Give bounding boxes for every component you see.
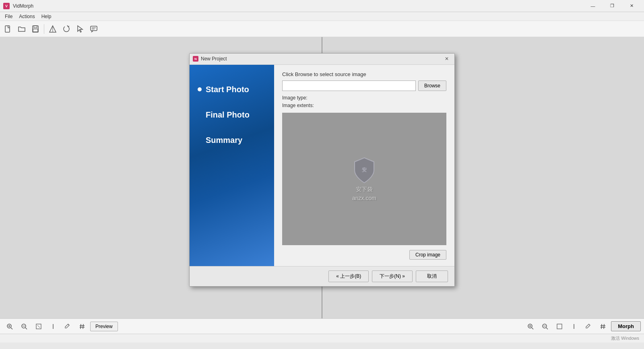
bl-edit[interactable] [61,320,74,333]
svg-line-16 [25,328,27,329]
cursor-icon [76,25,84,33]
shield-icon: 安 [352,156,376,184]
step-start-photo[interactable]: Start Photo [190,77,274,102]
bl-zoom-out[interactable] [18,320,31,333]
bottom-toolbar-left: Preview [3,320,321,333]
title-bar: V VidMorph — ❐ ✕ [0,0,644,12]
watermark-url: anzx.com [352,195,376,201]
svg-line-36 [604,324,604,329]
image-extents-label: Image extents: [282,102,446,109]
modal-body: Start Photo Final Photo Summary Click Br… [190,65,454,266]
new-project-dialog: N New Project ✕ Start Photo Final Photo [189,53,455,287]
svg-marker-6 [78,26,83,32]
svg-line-27 [532,328,533,329]
instruction-text: Click Browse to select source image [282,71,446,77]
menu-bar: File Actions Help [0,12,644,21]
step-final-photo[interactable]: Final Photo [190,102,274,128]
status-bar: 激活 Windows [0,334,644,343]
source-image-input[interactable] [282,81,416,91]
menu-actions[interactable]: Actions [16,13,38,20]
svg-rect-33 [557,324,562,329]
svg-rect-7 [91,26,97,31]
close-button[interactable]: ✕ [622,0,641,12]
toolbar-save-btn[interactable] [29,23,42,35]
modal-title: New Project [201,56,227,62]
svg-rect-0 [5,26,10,32]
bl-fit[interactable] [32,320,45,333]
app-icon: V [3,3,10,9]
svg-line-12 [11,328,12,329]
bottom-toolbar: Preview Morph [0,318,644,334]
image-type-label: Image type: [282,94,446,102]
image-preview: 安 安下袋 anzx.com [282,113,446,245]
bl-sep[interactable] [47,320,60,333]
step-bullet-3 [198,138,202,142]
prev-button[interactable]: « 上一步(B) [328,271,369,282]
browse-button[interactable]: Browse [418,81,446,91]
next-button[interactable]: 下一步(N) » [372,271,413,282]
bottom-toolbar-right: Morph [323,320,641,333]
save-icon [31,25,39,33]
bl-hash[interactable] [76,320,89,333]
svg-line-21 [68,324,69,325]
open-icon [18,25,26,33]
rotate-icon [62,25,70,33]
browse-row: Browse [282,81,446,91]
transform-icon [49,25,57,33]
status-text: 激活 Windows [611,335,639,341]
menu-help[interactable]: Help [38,13,55,20]
modal-titlebar: N New Project ✕ [190,54,454,65]
step-label-3: Summary [206,136,242,145]
step-bullet-2 [198,113,202,117]
svg-line-22 [80,324,81,329]
menu-file[interactable]: File [2,13,16,20]
image-info: Image type: Image extents: [282,94,446,109]
main-area: N New Project ✕ Start Photo Final Photo [0,37,644,318]
br-sep[interactable] [568,320,580,333]
step-label-2: Final Photo [206,110,250,120]
minimize-button[interactable]: — [584,0,602,12]
svg-line-23 [83,324,83,329]
preview-button[interactable]: Preview [90,322,118,331]
toolbar-new-btn[interactable] [2,23,14,35]
cancel-button[interactable]: 取消 [416,271,448,282]
chat-icon [90,25,98,33]
br-hash[interactable] [597,320,609,333]
br-fit[interactable] [553,320,566,333]
step-summary[interactable]: Summary [190,128,274,153]
svg-line-35 [601,324,602,329]
toolbar-open-btn[interactable] [15,23,28,35]
br-edit[interactable] [582,320,595,333]
svg-rect-3 [33,29,38,32]
modal-footer: « 上一步(B) 下一步(N) » 取消 [190,266,454,286]
watermark-text: 安下袋 [356,186,373,193]
modal-app-icon: N [193,56,198,62]
crop-image-button[interactable]: Crop image [409,250,446,260]
svg-line-19 [37,325,40,328]
step-bullet-1 [198,87,202,91]
svg-text:安: 安 [361,167,367,173]
main-toolbar [0,21,644,37]
bl-zoom-in[interactable] [3,320,16,333]
toolbar-rotate-btn[interactable] [60,23,73,35]
window-controls: — ❐ ✕ [584,0,641,12]
crop-btn-row: Crop image [282,248,446,260]
new-icon [4,25,12,33]
maximize-button[interactable]: ❐ [603,0,621,12]
br-zoom-out[interactable] [539,320,551,333]
step-label-1: Start Photo [206,85,249,94]
toolbar-sep-1 [44,24,44,34]
modal-overlay: N New Project ✕ Start Photo Final Photo [0,37,644,318]
toolbar-chat-btn[interactable] [87,23,100,35]
svg-line-31 [546,328,548,329]
modal-close-button[interactable]: ✕ [442,55,451,63]
toolbar-tool1-btn[interactable] [46,23,59,35]
watermark: 安 安下袋 anzx.com [352,156,376,201]
br-zoom-in[interactable] [524,320,537,333]
toolbar-tool2-btn[interactable] [74,23,87,35]
right-panel: Click Browse to select source image Brow… [274,65,454,266]
morph-button[interactable]: Morph [611,321,641,331]
app-title: VidMorph [13,3,33,9]
steps-panel: Start Photo Final Photo Summary [190,65,274,266]
